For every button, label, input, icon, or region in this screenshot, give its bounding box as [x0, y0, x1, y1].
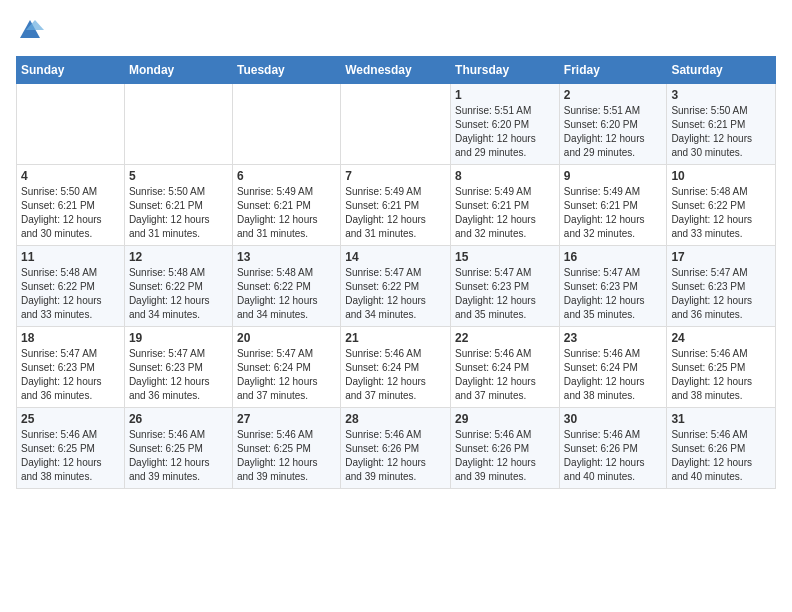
day-detail: Sunrise: 5:47 AM Sunset: 6:23 PM Dayligh… [455, 266, 555, 322]
day-number: 12 [129, 250, 228, 264]
day-detail: Sunrise: 5:47 AM Sunset: 6:23 PM Dayligh… [129, 347, 228, 403]
calendar-cell: 14Sunrise: 5:47 AM Sunset: 6:22 PM Dayli… [341, 246, 451, 327]
weekday-header-friday: Friday [559, 57, 667, 84]
day-number: 15 [455, 250, 555, 264]
page-header [16, 16, 776, 44]
day-number: 23 [564, 331, 663, 345]
day-detail: Sunrise: 5:47 AM Sunset: 6:22 PM Dayligh… [345, 266, 446, 322]
day-number: 16 [564, 250, 663, 264]
day-number: 21 [345, 331, 446, 345]
calendar-week-row: 18Sunrise: 5:47 AM Sunset: 6:23 PM Dayli… [17, 327, 776, 408]
calendar-cell [124, 84, 232, 165]
day-number: 25 [21, 412, 120, 426]
day-number: 9 [564, 169, 663, 183]
day-detail: Sunrise: 5:49 AM Sunset: 6:21 PM Dayligh… [345, 185, 446, 241]
day-detail: Sunrise: 5:50 AM Sunset: 6:21 PM Dayligh… [21, 185, 120, 241]
calendar-cell: 20Sunrise: 5:47 AM Sunset: 6:24 PM Dayli… [232, 327, 340, 408]
calendar-week-row: 11Sunrise: 5:48 AM Sunset: 6:22 PM Dayli… [17, 246, 776, 327]
calendar-cell: 1Sunrise: 5:51 AM Sunset: 6:20 PM Daylig… [451, 84, 560, 165]
calendar-cell: 8Sunrise: 5:49 AM Sunset: 6:21 PM Daylig… [451, 165, 560, 246]
day-number: 24 [671, 331, 771, 345]
calendar-cell: 5Sunrise: 5:50 AM Sunset: 6:21 PM Daylig… [124, 165, 232, 246]
day-detail: Sunrise: 5:48 AM Sunset: 6:22 PM Dayligh… [237, 266, 336, 322]
day-number: 5 [129, 169, 228, 183]
calendar-week-row: 4Sunrise: 5:50 AM Sunset: 6:21 PM Daylig… [17, 165, 776, 246]
calendar-cell [232, 84, 340, 165]
day-number: 20 [237, 331, 336, 345]
day-number: 29 [455, 412, 555, 426]
day-number: 1 [455, 88, 555, 102]
calendar-header: SundayMondayTuesdayWednesdayThursdayFrid… [17, 57, 776, 84]
day-number: 4 [21, 169, 120, 183]
calendar-cell: 25Sunrise: 5:46 AM Sunset: 6:25 PM Dayli… [17, 408, 125, 489]
day-detail: Sunrise: 5:47 AM Sunset: 6:24 PM Dayligh… [237, 347, 336, 403]
calendar-cell: 30Sunrise: 5:46 AM Sunset: 6:26 PM Dayli… [559, 408, 667, 489]
day-detail: Sunrise: 5:51 AM Sunset: 6:20 PM Dayligh… [455, 104, 555, 160]
day-number: 10 [671, 169, 771, 183]
day-detail: Sunrise: 5:46 AM Sunset: 6:25 PM Dayligh… [129, 428, 228, 484]
day-detail: Sunrise: 5:50 AM Sunset: 6:21 PM Dayligh… [671, 104, 771, 160]
day-detail: Sunrise: 5:49 AM Sunset: 6:21 PM Dayligh… [455, 185, 555, 241]
calendar-cell: 13Sunrise: 5:48 AM Sunset: 6:22 PM Dayli… [232, 246, 340, 327]
day-detail: Sunrise: 5:47 AM Sunset: 6:23 PM Dayligh… [21, 347, 120, 403]
calendar-cell: 11Sunrise: 5:48 AM Sunset: 6:22 PM Dayli… [17, 246, 125, 327]
day-number: 22 [455, 331, 555, 345]
day-number: 17 [671, 250, 771, 264]
day-detail: Sunrise: 5:48 AM Sunset: 6:22 PM Dayligh… [671, 185, 771, 241]
day-number: 7 [345, 169, 446, 183]
day-number: 14 [345, 250, 446, 264]
day-detail: Sunrise: 5:47 AM Sunset: 6:23 PM Dayligh… [564, 266, 663, 322]
day-detail: Sunrise: 5:47 AM Sunset: 6:23 PM Dayligh… [671, 266, 771, 322]
weekday-header-sunday: Sunday [17, 57, 125, 84]
day-detail: Sunrise: 5:49 AM Sunset: 6:21 PM Dayligh… [564, 185, 663, 241]
calendar-cell: 23Sunrise: 5:46 AM Sunset: 6:24 PM Dayli… [559, 327, 667, 408]
calendar-cell [17, 84, 125, 165]
day-detail: Sunrise: 5:46 AM Sunset: 6:24 PM Dayligh… [564, 347, 663, 403]
day-detail: Sunrise: 5:48 AM Sunset: 6:22 PM Dayligh… [21, 266, 120, 322]
logo-icon [16, 16, 44, 44]
calendar-cell: 22Sunrise: 5:46 AM Sunset: 6:24 PM Dayli… [451, 327, 560, 408]
day-detail: Sunrise: 5:49 AM Sunset: 6:21 PM Dayligh… [237, 185, 336, 241]
calendar-cell: 2Sunrise: 5:51 AM Sunset: 6:20 PM Daylig… [559, 84, 667, 165]
day-number: 3 [671, 88, 771, 102]
calendar-table: SundayMondayTuesdayWednesdayThursdayFrid… [16, 56, 776, 489]
calendar-cell [341, 84, 451, 165]
day-number: 13 [237, 250, 336, 264]
day-number: 2 [564, 88, 663, 102]
calendar-cell: 6Sunrise: 5:49 AM Sunset: 6:21 PM Daylig… [232, 165, 340, 246]
weekday-header-tuesday: Tuesday [232, 57, 340, 84]
weekday-header-monday: Monday [124, 57, 232, 84]
day-detail: Sunrise: 5:50 AM Sunset: 6:21 PM Dayligh… [129, 185, 228, 241]
calendar-cell: 29Sunrise: 5:46 AM Sunset: 6:26 PM Dayli… [451, 408, 560, 489]
calendar-cell: 10Sunrise: 5:48 AM Sunset: 6:22 PM Dayli… [667, 165, 776, 246]
calendar-cell: 18Sunrise: 5:47 AM Sunset: 6:23 PM Dayli… [17, 327, 125, 408]
calendar-cell: 28Sunrise: 5:46 AM Sunset: 6:26 PM Dayli… [341, 408, 451, 489]
day-detail: Sunrise: 5:51 AM Sunset: 6:20 PM Dayligh… [564, 104, 663, 160]
day-detail: Sunrise: 5:46 AM Sunset: 6:25 PM Dayligh… [671, 347, 771, 403]
calendar-cell: 26Sunrise: 5:46 AM Sunset: 6:25 PM Dayli… [124, 408, 232, 489]
calendar-cell: 27Sunrise: 5:46 AM Sunset: 6:25 PM Dayli… [232, 408, 340, 489]
day-number: 6 [237, 169, 336, 183]
day-number: 27 [237, 412, 336, 426]
calendar-cell: 4Sunrise: 5:50 AM Sunset: 6:21 PM Daylig… [17, 165, 125, 246]
day-number: 30 [564, 412, 663, 426]
day-detail: Sunrise: 5:46 AM Sunset: 6:25 PM Dayligh… [237, 428, 336, 484]
day-number: 26 [129, 412, 228, 426]
day-number: 18 [21, 331, 120, 345]
day-number: 31 [671, 412, 771, 426]
calendar-cell: 9Sunrise: 5:49 AM Sunset: 6:21 PM Daylig… [559, 165, 667, 246]
day-detail: Sunrise: 5:46 AM Sunset: 6:26 PM Dayligh… [564, 428, 663, 484]
calendar-cell: 7Sunrise: 5:49 AM Sunset: 6:21 PM Daylig… [341, 165, 451, 246]
calendar-cell: 24Sunrise: 5:46 AM Sunset: 6:25 PM Dayli… [667, 327, 776, 408]
calendar-cell: 15Sunrise: 5:47 AM Sunset: 6:23 PM Dayli… [451, 246, 560, 327]
day-detail: Sunrise: 5:46 AM Sunset: 6:26 PM Dayligh… [455, 428, 555, 484]
calendar-cell: 16Sunrise: 5:47 AM Sunset: 6:23 PM Dayli… [559, 246, 667, 327]
calendar-cell: 31Sunrise: 5:46 AM Sunset: 6:26 PM Dayli… [667, 408, 776, 489]
day-number: 8 [455, 169, 555, 183]
calendar-cell: 17Sunrise: 5:47 AM Sunset: 6:23 PM Dayli… [667, 246, 776, 327]
day-number: 28 [345, 412, 446, 426]
logo [16, 16, 46, 44]
calendar-cell: 21Sunrise: 5:46 AM Sunset: 6:24 PM Dayli… [341, 327, 451, 408]
weekday-header-row: SundayMondayTuesdayWednesdayThursdayFrid… [17, 57, 776, 84]
weekday-header-wednesday: Wednesday [341, 57, 451, 84]
